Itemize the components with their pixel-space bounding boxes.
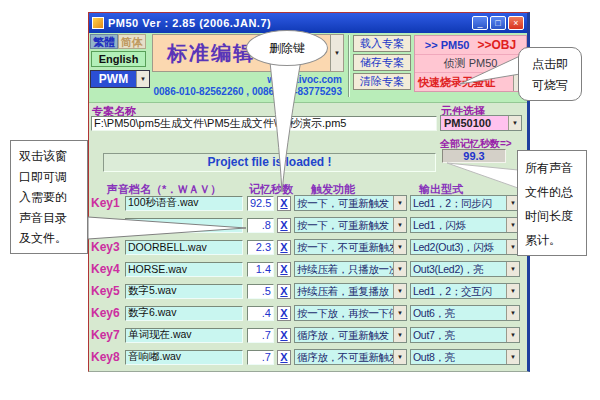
key-label: Key4 xyxy=(91,262,125,276)
chevron-down-icon[interactable]: ▼ xyxy=(330,35,343,71)
chevron-down-icon[interactable]: ▼ xyxy=(393,284,406,298)
key-label: Key3 xyxy=(91,240,125,254)
clear-project-button[interactable]: 清除专案 xyxy=(353,73,411,90)
key-label: Key5 xyxy=(91,284,125,298)
chevron-down-icon[interactable]: ▼ xyxy=(393,262,406,276)
website-text: www.aivoc.com xyxy=(152,74,342,85)
output-select[interactable]: Led1，闪烁▼ xyxy=(410,217,520,233)
total-seconds-value: 99.3 xyxy=(442,149,506,163)
chevron-down-icon[interactable]: ▼ xyxy=(506,306,519,320)
titlebar[interactable]: PM50 Ver : 2.85 (2006.JAN.7) _ □ × xyxy=(89,13,527,33)
table-row: Key7 .7 X 循序放，可重新触发▼ Out7，亮▼ xyxy=(91,327,527,343)
delete-x-button[interactable]: X xyxy=(277,328,291,343)
delete-x-button[interactable]: X xyxy=(277,218,291,233)
chevron-down-icon[interactable]: ▼ xyxy=(136,71,149,87)
table-row: Key2 .8 X 按一下，可重新触发▼ Led1，闪烁▼ xyxy=(91,217,527,233)
phone-numbers: 0086-010-82562260 , 0086-755-83775293 xyxy=(129,86,342,97)
seconds-value: 1.4 xyxy=(247,262,274,277)
trigger-select[interactable]: 循序放，不可重新触发▼ xyxy=(294,349,407,365)
chevron-down-icon[interactable]: ▼ xyxy=(393,218,406,232)
project-path-input[interactable] xyxy=(91,116,437,131)
filename-field[interactable] xyxy=(125,306,243,321)
english-button[interactable]: English xyxy=(91,51,146,67)
burn-panel: >> PM50 >>OBJ 侦测 PM50 快速烧录无验证 ▼ xyxy=(414,35,527,92)
delete-x-button[interactable]: X xyxy=(277,350,291,365)
output-select[interactable]: Out7，亮▼ xyxy=(410,327,520,343)
minimize-icon: _ xyxy=(477,18,482,28)
chevron-down-icon[interactable]: ▼ xyxy=(508,116,521,130)
detect-pm50-button[interactable]: 侦测 PM50 xyxy=(444,56,498,71)
output-select[interactable]: Out8，亮▼ xyxy=(410,349,520,365)
trigger-select[interactable]: 按一下放，再按一下停▼ xyxy=(294,305,407,321)
table-row: Key3 2.3 X 按一下，不可重新触发▼ Led2(Out3)，闪烁▼ xyxy=(91,239,527,255)
to-pm50-button[interactable]: >> PM50 xyxy=(421,39,474,51)
trigger-select[interactable]: 持续压着，重复播放▼ xyxy=(294,283,407,299)
chevron-down-icon[interactable]: ▼ xyxy=(393,240,406,254)
trigger-select[interactable]: 持续压着，只播放一次▼ xyxy=(294,261,407,277)
key-label: Key2 xyxy=(91,218,125,232)
lang-traditional-button[interactable]: 繁體 xyxy=(90,34,118,49)
chevron-down-icon[interactable]: ▼ xyxy=(506,350,519,364)
seconds-value: .4 xyxy=(247,306,274,321)
key-label: Key7 xyxy=(91,328,125,342)
toolbar-divider xyxy=(348,35,350,97)
chevron-down-icon[interactable]: ▼ xyxy=(506,284,519,298)
page: PM50 Ver : 2.85 (2006.JAN.7) _ □ × 繁體 简体… xyxy=(0,0,600,400)
filename-field[interactable] xyxy=(125,284,243,299)
maximize-button[interactable]: □ xyxy=(490,16,506,30)
delete-x-button[interactable]: X xyxy=(277,284,291,299)
delete-x-button[interactable]: X xyxy=(277,196,291,211)
chevron-down-icon[interactable]: ▼ xyxy=(506,328,519,342)
chevron-down-icon[interactable]: ▼ xyxy=(393,350,406,364)
table-row: Key1 92.5 X 按一下，可重新触发▼ Led1，2；同步闪▼ xyxy=(91,195,527,211)
key-label: Key1 xyxy=(91,196,125,210)
chevron-down-icon[interactable]: ▼ xyxy=(506,262,519,276)
save-project-button[interactable]: 储存专案 xyxy=(353,54,411,71)
app-window: PM50 Ver : 2.85 (2006.JAN.7) _ □ × 繁體 简体… xyxy=(88,12,530,372)
seconds-value: 2.3 xyxy=(247,240,274,255)
close-icon: × xyxy=(513,18,518,28)
table-row: Key5 .5 X 持续压着，重复播放▼ Led1，2；交互闪▼ xyxy=(91,283,527,299)
trigger-select[interactable]: 按一下，不可重新触发▼ xyxy=(294,239,407,255)
key-label: Key6 xyxy=(91,306,125,320)
delete-x-button[interactable]: X xyxy=(277,240,291,255)
filename-field[interactable] xyxy=(125,240,243,255)
load-project-button[interactable]: 载入专案 xyxy=(353,35,411,52)
trigger-select[interactable]: 按一下，可重新触发▼ xyxy=(294,217,407,233)
window-title: PM50 Ver : 2.85 (2006.JAN.7) xyxy=(108,17,271,29)
app-icon[interactable] xyxy=(92,17,104,29)
trigger-select[interactable]: 循序放，可重新触发▼ xyxy=(294,327,407,343)
chevron-down-icon[interactable]: ▼ xyxy=(393,196,406,210)
filename-field[interactable] xyxy=(125,196,243,211)
key-label: Key8 xyxy=(91,350,125,364)
chevron-down-icon[interactable]: ▼ xyxy=(393,328,406,342)
callout-burn: 点击即 可烧写 xyxy=(518,47,582,101)
status-bar: Project file is loaded ! xyxy=(103,153,436,172)
fast-burn-select[interactable]: 快速烧录无验证 ▼ xyxy=(415,73,526,91)
seconds-value: .7 xyxy=(247,350,274,365)
seconds-value: .8 xyxy=(247,218,274,233)
chevron-down-icon[interactable]: ▼ xyxy=(393,306,406,320)
output-select[interactable]: Out6，亮▼ xyxy=(410,305,520,321)
table-row: Key6 .4 X 按一下放，再按一下停▼ Out6，亮▼ xyxy=(91,305,527,321)
output-select[interactable]: Led1，2；交互闪▼ xyxy=(410,283,520,299)
trigger-select[interactable]: 按一下，可重新触发▼ xyxy=(294,195,407,211)
seconds-value: .7 xyxy=(247,328,274,343)
filename-field[interactable] xyxy=(125,218,243,233)
delete-x-button[interactable]: X xyxy=(277,262,291,277)
delete-x-button[interactable]: X xyxy=(277,306,291,321)
to-obj-button[interactable]: >>OBJ xyxy=(473,38,520,52)
maximize-icon: □ xyxy=(495,18,500,28)
filename-field[interactable] xyxy=(125,350,243,365)
close-button[interactable]: × xyxy=(508,16,524,30)
device-select[interactable]: PM50100 ▼ xyxy=(440,115,522,131)
output-select[interactable]: Led2(Out3)，闪烁▼ xyxy=(410,239,520,255)
filename-field[interactable] xyxy=(125,328,243,343)
filename-field[interactable] xyxy=(125,262,243,277)
lang-simplified-button[interactable]: 简体 xyxy=(118,34,146,49)
callout-delete-key: 删除键 xyxy=(246,30,328,66)
output-select[interactable]: Led1，2；同步闪▼ xyxy=(410,195,520,211)
minimize-button[interactable]: _ xyxy=(472,16,488,30)
callout-double-click: 双击该窗 口即可调 入需要的 声音目录 及文件。 xyxy=(10,140,88,254)
output-select[interactable]: Out3(Led2)，亮▼ xyxy=(410,261,520,277)
